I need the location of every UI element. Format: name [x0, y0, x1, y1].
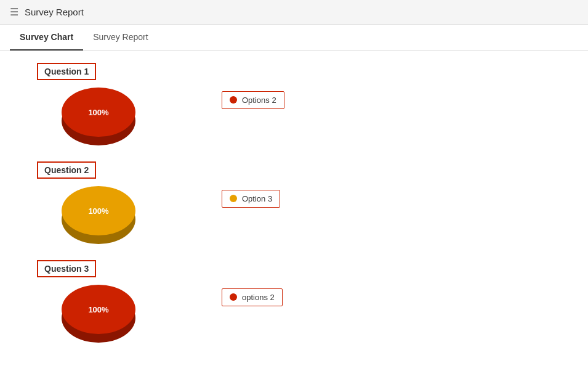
question-section-2: Question 2 100% — [25, 161, 148, 235]
question-block-2: Question 2 100% Option 3 — [25, 161, 563, 235]
question-3-label: Question 3 — [37, 260, 96, 277]
legend-dot-3 — [230, 293, 237, 301]
legend-item-3: options 2 — [222, 288, 283, 306]
tab-survey-report[interactable]: Survey Report — [83, 25, 158, 51]
legend-1: Options 2 — [222, 91, 284, 109]
legend-2: Option 3 — [222, 190, 280, 208]
legend-item-1: Options 2 — [222, 91, 284, 109]
app-header: ☰ Survey Report — [0, 0, 588, 25]
legend-text-2: Option 3 — [242, 194, 272, 203]
legend-text-1: Options 2 — [242, 96, 276, 105]
page-title: Survey Report — [25, 7, 84, 17]
tab-survey-chart[interactable]: Survey Chart — [10, 25, 83, 51]
menu-icon: ☰ — [10, 6, 18, 18]
question-block-1: Question 1 100% Options 2 — [25, 63, 563, 137]
legend-dot-1 — [230, 96, 237, 104]
tab-bar: Survey Chart Survey Report — [0, 25, 588, 51]
pie-top-1: 100% — [62, 88, 135, 137]
question-1-label: Question 1 — [37, 63, 96, 80]
legend-text-3: options 2 — [242, 293, 275, 302]
question-section-3: Question 3 100% — [25, 260, 148, 334]
legend-3: options 2 — [222, 288, 283, 306]
pie-chart-1: 100% — [62, 88, 135, 137]
pie-chart-3: 100% — [62, 285, 135, 334]
main-content: Question 1 100% Options 2 Question 2 100… — [0, 51, 588, 371]
legend-item-2: Option 3 — [222, 190, 280, 208]
legend-dot-2 — [230, 195, 237, 202]
pie-chart-2: 100% — [62, 186, 135, 235]
question-block-3: Question 3 100% options 2 — [25, 260, 563, 334]
question-2-label: Question 2 — [37, 161, 96, 179]
question-section-1: Question 1 100% — [25, 63, 148, 137]
pie-top-3: 100% — [62, 285, 135, 334]
pie-top-2: 100% — [62, 186, 135, 235]
